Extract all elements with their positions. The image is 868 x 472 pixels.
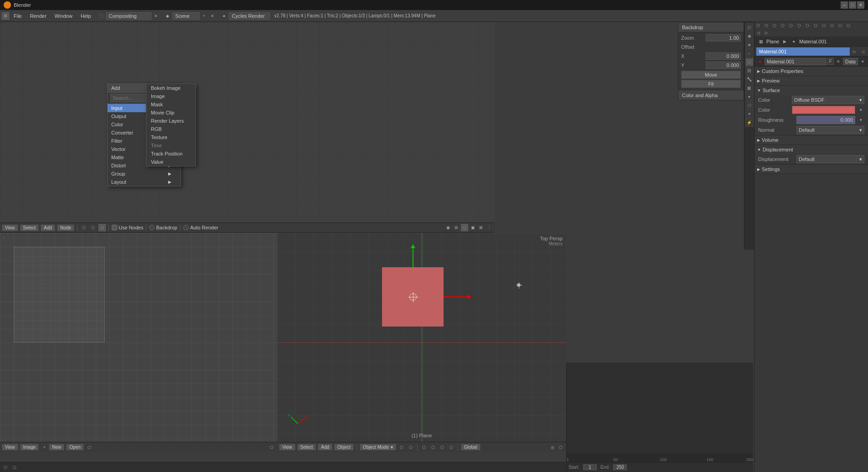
mode-selector[interactable]: Object Mode ▾ — [360, 444, 396, 451]
data-label[interactable]: Data — [843, 58, 858, 65]
prop-collapse-icon[interactable]: ▷ — [763, 29, 770, 36]
vp-icon6[interactable]: ⬡ — [448, 444, 455, 451]
prop-icon-render[interactable]: ◉ — [745, 32, 754, 40]
vp-left-zoom-icon[interactable]: ⬡ — [268, 444, 275, 451]
prop-icon-particles[interactable]: ⁕ — [745, 110, 754, 118]
prop-tool7[interactable]: ⬡ — [804, 22, 811, 29]
vp-icon3[interactable]: ⬡ — [420, 444, 428, 451]
prop-tool8[interactable]: ⬡ — [812, 22, 819, 29]
close-button[interactable]: ✕ — [857, 1, 864, 9]
sub-rgb[interactable]: RGB — [146, 125, 196, 133]
scene-add-icon[interactable]: + — [201, 12, 208, 20]
data-arrow[interactable]: ▾ — [859, 58, 866, 65]
vp-left-image-btn[interactable]: Image — [20, 444, 39, 451]
vp-icon1[interactable]: ⬡ — [398, 444, 405, 451]
sub-value[interactable]: Value — [146, 158, 196, 166]
workspace-add-icon[interactable]: ✕ — [152, 12, 160, 20]
expand-icon[interactable]: ▷ — [851, 48, 858, 55]
prop-tool5[interactable]: ⬡ — [787, 22, 795, 29]
prop-icon-texture[interactable]: ⬡ — [745, 101, 754, 109]
prop-tool4[interactable]: ⬡ — [779, 22, 786, 29]
mat-x-icon[interactable]: ✕ — [835, 58, 842, 65]
vp-right-icon1[interactable]: ◎ — [549, 444, 556, 451]
ctx-item-layout[interactable]: Layout ▶ — [108, 178, 181, 186]
scene-selector[interactable]: Scene — [172, 12, 200, 20]
sub-mask[interactable]: Mask — [146, 100, 196, 109]
zoom-value[interactable]: 1.00 — [706, 34, 741, 41]
prop-icon-object[interactable]: □ — [745, 58, 754, 66]
vp-right-view-btn[interactable]: View — [279, 444, 295, 451]
move-button[interactable]: Move — [681, 71, 741, 79]
vp-right-add-btn[interactable]: Add — [318, 444, 332, 451]
node-type-icon-1[interactable]: ⬡ — [80, 224, 88, 231]
global-selector[interactable]: Global — [461, 444, 480, 451]
material-name-selected[interactable]: Material.001 — [756, 47, 850, 56]
y-offset-value[interactable]: 0.000 — [706, 62, 741, 69]
prop-tool2[interactable]: ⬡ — [763, 22, 770, 29]
vp-right-icon2[interactable]: ⬡ — [557, 444, 564, 451]
sub-bokeh-image[interactable]: Bokeh Image — [146, 84, 196, 92]
menu-file[interactable]: File — [10, 12, 26, 20]
comp-icon3[interactable]: ⬡ — [461, 224, 468, 231]
use-nodes-toggle[interactable]: Use Nodes — [112, 225, 143, 230]
timeline-icon2[interactable]: ⬡ — [11, 464, 18, 471]
displacement-dropdown[interactable]: Default ▾ — [796, 155, 864, 163]
node-type-icon-3[interactable]: ⬡ — [98, 224, 106, 231]
roughness-expand[interactable]: ▾ — [857, 116, 864, 124]
backdrop-toggle[interactable]: Backdrop — [149, 225, 177, 230]
sub-track-position[interactable]: Track Position — [146, 150, 196, 158]
sub-texture[interactable]: Texture — [146, 133, 196, 141]
prop-icon-material[interactable]: ● — [745, 93, 754, 101]
maximize-button[interactable]: □ — [849, 1, 856, 9]
vp-right-object-btn[interactable]: Object — [334, 444, 354, 451]
prop-icon-scene[interactable]: ◈ — [745, 41, 754, 49]
vp-left-view-btn[interactable]: View — [2, 444, 18, 451]
custom-props-header[interactable]: ▶ Custom Properties — [754, 67, 868, 76]
collapse-icon[interactable]: ◁ — [859, 48, 866, 55]
sub-time[interactable]: Time — [146, 141, 196, 150]
settings-header[interactable]: ▶ Settings — [754, 165, 868, 174]
prop-icon-constraints[interactable]: ⛓ — [745, 67, 754, 75]
preview-header[interactable]: ▶ Preview — [754, 76, 868, 85]
scene-type-icon[interactable]: ◆ — [164, 12, 171, 20]
sub-image[interactable]: Image — [146, 92, 196, 100]
start-frame-input[interactable]: 1 — [583, 464, 597, 470]
sub-movie-clip[interactable]: Movie Clip — [146, 109, 196, 117]
prop-icon-physics[interactable]: ⚡ — [745, 119, 754, 127]
menu-help[interactable]: Help — [77, 12, 95, 20]
auto-render-toggle[interactable]: Auto Render — [183, 225, 218, 230]
prop-tool9[interactable]: ⬡ — [820, 22, 827, 29]
minimize-button[interactable]: ─ — [841, 1, 848, 9]
menu-window[interactable]: Window — [51, 12, 76, 20]
timeline-icon1[interactable]: ⬡ — [2, 464, 9, 471]
blender-menu-icon[interactable]: ⚙ — [2, 12, 9, 20]
end-frame-input[interactable]: 250 — [613, 464, 627, 470]
comp-node-btn[interactable]: Node — [57, 224, 74, 231]
prop-icon-data[interactable]: ▦ — [745, 84, 754, 92]
new-icon[interactable]: + — [41, 444, 48, 451]
vp-icon5[interactable]: ⬡ — [439, 444, 446, 451]
prop-icon-modifiers[interactable]: 🔧 — [745, 75, 754, 83]
color-swatch[interactable] — [792, 106, 855, 114]
node-type-icon-2[interactable]: ⬡ — [89, 224, 97, 231]
vp-icon2[interactable]: ⬡ — [407, 444, 414, 451]
prop-tool1[interactable]: ⬡ — [754, 22, 762, 29]
open-btn[interactable]: Open — [66, 444, 83, 451]
normal-dropdown[interactable]: Default ▾ — [796, 126, 864, 134]
prop-tool12[interactable]: ⬡ — [845, 22, 852, 29]
render-engine[interactable]: Cycles Render — [229, 12, 270, 20]
color-alpha-section[interactable]: Color and Alpha — [678, 90, 744, 100]
new-btn[interactable]: New — [49, 444, 64, 451]
volume-header[interactable]: ▶ Volume — [754, 135, 868, 145]
prop-tool3[interactable]: ⬡ — [771, 22, 778, 29]
roughness-value[interactable]: 0.000 — [796, 116, 855, 124]
sub-render-layers[interactable]: Render Layers — [146, 117, 196, 125]
displacement-header[interactable]: ▼ Displacement — [754, 145, 868, 154]
comp-icon5[interactable]: ⊠ — [477, 224, 485, 231]
viewport-icon[interactable]: ⬛ — [98, 12, 105, 20]
mat-name-input[interactable]: Material.001 — [765, 58, 827, 65]
surface-header[interactable]: ▼ Surface — [754, 86, 868, 95]
prop-expand-icon[interactable]: ◁ — [754, 29, 762, 36]
comp-icon1[interactable]: ◉ — [444, 224, 452, 231]
x-offset-value[interactable]: 0.000 — [706, 52, 741, 60]
